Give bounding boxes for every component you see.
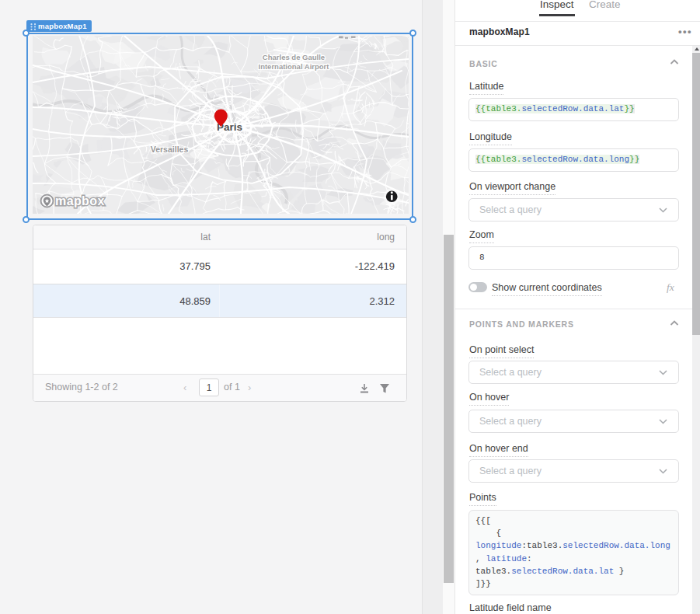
- svg-text:International Airport: International Airport: [259, 62, 330, 71]
- svg-text:Charles de Gaulle: Charles de Gaulle: [263, 53, 325, 61]
- svg-text:Versailles: Versailles: [151, 145, 189, 154]
- svg-text:mapbox: mapbox: [55, 194, 105, 208]
